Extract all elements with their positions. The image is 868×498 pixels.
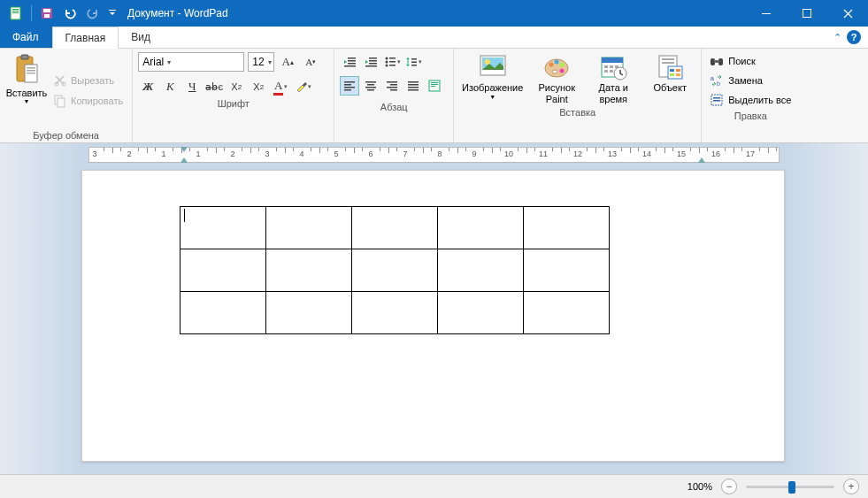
svg-rect-22 — [348, 63, 356, 65]
svg-rect-27 — [365, 65, 377, 67]
svg-point-64 — [560, 63, 565, 67]
svg-rect-43 — [367, 84, 374, 86]
qat-dropdown-icon[interactable] — [106, 4, 119, 23]
svg-rect-44 — [365, 87, 376, 88]
ruler[interactable]: 3211234567891011121314151617 — [88, 147, 780, 163]
save-icon[interactable] — [37, 4, 57, 23]
group-label-insert: Вставка — [459, 105, 695, 118]
svg-rect-15 — [27, 73, 35, 74]
zoom-slider[interactable] — [746, 486, 834, 488]
svg-rect-42 — [365, 81, 376, 83]
insert-object-button[interactable]: Объект — [644, 52, 695, 105]
svg-rect-56 — [431, 84, 438, 85]
tab-row: Файл Главная Вид ⌃ ? — [0, 27, 868, 49]
select-all-button[interactable]: Выделить все — [707, 91, 794, 109]
insert-image-button[interactable]: Изображение▼ — [459, 52, 526, 105]
strikethrough-button[interactable]: a̶b̶є — [204, 77, 224, 96]
svg-rect-21 — [348, 60, 356, 62]
svg-rect-8 — [762, 13, 771, 14]
copy-button[interactable]: Копировать — [50, 92, 127, 110]
svg-rect-45 — [367, 89, 374, 91]
bullets-button[interactable]: ▾ — [382, 52, 402, 72]
redo-icon[interactable] — [83, 4, 103, 23]
underline-button[interactable]: Ч — [182, 77, 202, 96]
grow-font-button[interactable]: A▴ — [278, 52, 297, 72]
align-center-button[interactable] — [361, 76, 380, 96]
maximize-button[interactable] — [787, 0, 827, 27]
svg-rect-36 — [411, 62, 417, 64]
svg-rect-2 — [12, 11, 19, 11]
svg-point-30 — [385, 65, 388, 67]
highlighter-icon — [295, 80, 307, 93]
ribbon: Вставить ▼ Вырезать Копировать Буфер обм… — [0, 49, 868, 143]
svg-rect-25 — [369, 60, 377, 62]
align-left-button[interactable] — [340, 76, 359, 96]
zoom-in-button[interactable]: + — [843, 479, 859, 494]
svg-rect-51 — [408, 84, 419, 86]
zoom-out-button[interactable]: − — [721, 479, 737, 494]
paste-button[interactable]: Вставить ▼ — [5, 52, 48, 128]
group-label-paragraph: Абзац — [340, 100, 448, 112]
increase-indent-button[interactable] — [361, 52, 380, 72]
window-controls — [746, 0, 868, 27]
insert-datetime-button[interactable]: Дата и время — [588, 52, 639, 105]
svg-rect-23 — [344, 65, 356, 67]
svg-rect-73 — [610, 70, 613, 73]
paragraph-dialog-button[interactable] — [425, 76, 444, 96]
svg-rect-85 — [714, 60, 719, 63]
new-doc-icon[interactable] — [6, 4, 26, 23]
group-label-font: Шрифт — [138, 96, 328, 109]
svg-rect-9 — [803, 10, 811, 18]
superscript-button[interactable]: X2 — [249, 77, 268, 96]
insert-paint-button[interactable]: Рисунок Paint — [531, 52, 582, 105]
table-row — [181, 207, 610, 249]
subscript-button[interactable]: X2 — [227, 77, 246, 96]
zoom-label: 100% — [687, 481, 712, 492]
bold-button[interactable]: Ж — [138, 77, 157, 96]
align-right-button[interactable] — [382, 76, 402, 96]
svg-rect-89 — [713, 97, 720, 99]
tab-view[interactable]: Вид — [119, 27, 164, 48]
tab-file[interactable]: Файл — [0, 27, 52, 48]
copy-icon — [53, 94, 67, 108]
collapse-ribbon-icon[interactable]: ⌃ — [833, 32, 841, 43]
shrink-font-button[interactable]: A▾ — [301, 52, 320, 72]
svg-point-65 — [560, 69, 565, 73]
svg-rect-57 — [431, 86, 435, 87]
decrease-indent-button[interactable] — [340, 52, 359, 72]
group-label-editing: Правка — [707, 109, 794, 121]
cut-button[interactable]: Вырезать — [50, 72, 127, 89]
svg-rect-5 — [43, 9, 50, 12]
group-paragraph: ▾ ▾ Абзац — [334, 49, 454, 142]
font-color-button[interactable]: A▾ — [271, 77, 290, 96]
document-table[interactable] — [180, 206, 610, 334]
help-icon[interactable]: ? — [847, 30, 861, 44]
highlight-button[interactable]: ▾ — [293, 77, 312, 96]
font-family-combo[interactable]: Arial▾ — [138, 52, 244, 72]
tab-home[interactable]: Главная — [52, 27, 119, 49]
align-justify-button[interactable] — [403, 76, 423, 96]
find-button[interactable]: Поиск — [707, 52, 794, 70]
close-button[interactable] — [827, 0, 868, 27]
group-insert: Изображение▼ Рисунок Paint Дата и время … — [454, 49, 702, 142]
status-bar: 100% − + — [0, 474, 868, 498]
undo-icon[interactable] — [60, 4, 80, 23]
svg-rect-48 — [387, 87, 397, 88]
italic-button[interactable]: К — [160, 77, 180, 96]
svg-rect-69 — [604, 65, 608, 68]
line-spacing-button[interactable]: ▾ — [403, 52, 423, 72]
page[interactable] — [81, 170, 785, 462]
svg-rect-1 — [12, 9, 19, 10]
svg-rect-11 — [21, 55, 28, 59]
minimize-button[interactable] — [746, 0, 787, 27]
font-size-combo[interactable]: 12▾ — [248, 52, 274, 72]
replace-button[interactable]: ab Замена — [707, 72, 794, 89]
group-editing: Поиск ab Замена Выделить все Правка — [702, 49, 799, 142]
svg-rect-47 — [390, 84, 397, 86]
svg-rect-72 — [604, 70, 608, 73]
svg-rect-80 — [676, 69, 680, 72]
svg-rect-26 — [369, 63, 377, 65]
svg-rect-38 — [344, 81, 355, 83]
zoom-thumb[interactable] — [788, 481, 795, 494]
binoculars-icon — [710, 54, 724, 68]
